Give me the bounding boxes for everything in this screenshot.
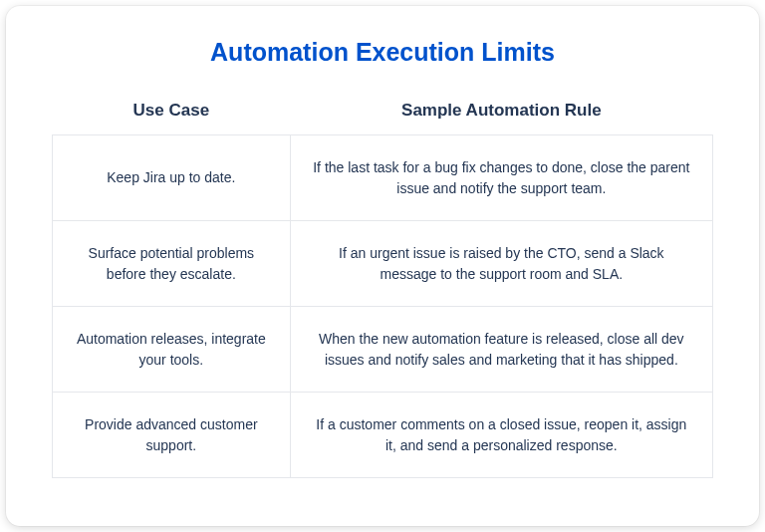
- header-rule: Sample Automation Rule: [290, 91, 712, 135]
- header-usecase: Use Case: [53, 91, 291, 135]
- cell-usecase: Provide advanced customer support.: [53, 393, 291, 478]
- table-row: Provide advanced customer support. If a …: [53, 393, 713, 478]
- cell-usecase: Automation releases, integrate your tool…: [53, 307, 291, 393]
- automation-table: Use Case Sample Automation Rule Keep Jir…: [52, 91, 713, 478]
- table-row: Keep Jira up to date. If the last task f…: [53, 135, 713, 221]
- table-row: Automation releases, integrate your tool…: [53, 307, 713, 393]
- cell-rule: When the new automation feature is relea…: [290, 307, 712, 393]
- cell-usecase: Keep Jira up to date.: [53, 135, 291, 221]
- cell-rule: If the last task for a bug fix changes t…: [290, 135, 712, 221]
- card: Automation Execution Limits Use Case Sam…: [6, 6, 759, 526]
- cell-rule: If an urgent issue is raised by the CTO,…: [290, 221, 712, 307]
- table-row: Surface potential problems before they e…: [53, 221, 713, 307]
- page-title: Automation Execution Limits: [52, 38, 713, 67]
- table-header-row: Use Case Sample Automation Rule: [53, 91, 713, 135]
- cell-usecase: Surface potential problems before they e…: [53, 221, 291, 307]
- cell-rule: If a customer comments on a closed issue…: [290, 393, 712, 478]
